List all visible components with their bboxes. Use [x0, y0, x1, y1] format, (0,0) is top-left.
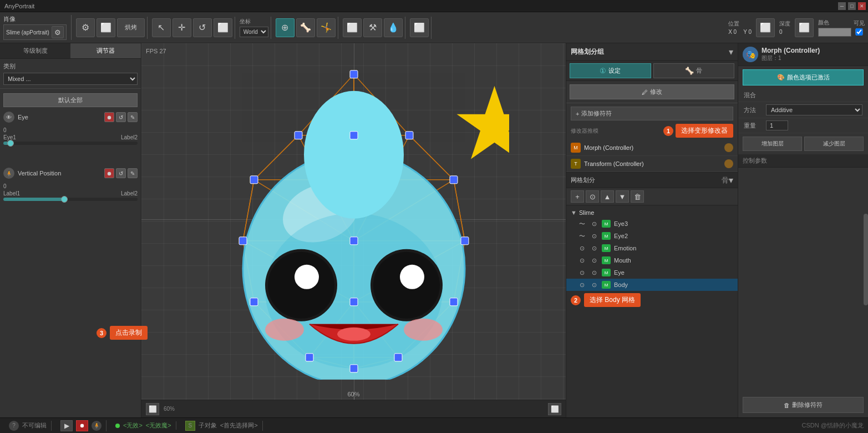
mesh-add-btn[interactable]: +	[571, 190, 584, 203]
scale-tool-btn[interactable]: ⬜	[214, 18, 232, 37]
eye-controller-btns: ⏺ ↺ ✎	[104, 112, 138, 122]
tree-item-body[interactable]: ⊙ ⊙ M Body	[566, 279, 738, 291]
tooltip-select-modifier-section: 修改器推模 1 选择变形修改器	[566, 124, 738, 140]
svg-rect-61	[295, 132, 302, 139]
play-btn[interactable]: ▶	[60, 420, 73, 431]
eye-controller-icon: 👁	[3, 112, 14, 123]
eye-slider-track[interactable]	[3, 142, 138, 145]
link2[interactable]: <无效魔>	[146, 421, 171, 430]
record-btn[interactable]: ⏺	[76, 420, 88, 431]
vpos-record-btn[interactable]: ⏺	[104, 168, 114, 178]
mesh-up-btn[interactable]: ▲	[601, 190, 614, 203]
select-tool-btn[interactable]: ↖	[152, 18, 171, 37]
eye-slider-thumb[interactable]	[7, 140, 14, 147]
svg-rect-53	[450, 176, 458, 184]
morph-panel-header: 🎭 Morph (Controller) 图层：1	[738, 43, 868, 66]
eye-reset-btn[interactable]: ↺	[116, 112, 126, 122]
tab-bone[interactable]: 🦴 骨	[653, 63, 735, 78]
mesh-tab-bone[interactable]: 骨	[722, 175, 729, 185]
method-select[interactable]: Additive Override Multiply	[766, 104, 862, 115]
eye2-vis-icon: 〜	[577, 231, 586, 240]
maximize-btn[interactable]: □	[848, 2, 856, 10]
weight-label: 重量	[744, 122, 766, 130]
tree-item-eye[interactable]: ⊙ ⊙ M Eye	[566, 266, 738, 279]
tree-item-eye2[interactable]: 〜 ⊙ M Eye2	[566, 230, 738, 242]
depth-btn[interactable]: ⬜	[795, 18, 814, 37]
help-icon[interactable]: ?	[9, 421, 19, 431]
mesh-down-btn[interactable]: ▼	[616, 190, 629, 203]
modifier-item-morph[interactable]: M Morph (Controller)	[566, 140, 738, 156]
tab-settings[interactable]: ① 设定	[570, 63, 651, 78]
toolbar-extras-section: ⬜	[408, 17, 432, 39]
eye3-toggle: ⊙	[590, 219, 598, 228]
paint-btn[interactable]: 💧	[384, 18, 403, 37]
close-btn[interactable]: ✕	[858, 2, 866, 10]
vp-right-btn[interactable]: ⬜	[548, 403, 561, 415]
weight-input[interactable]	[766, 120, 788, 130]
remove-layer-btn[interactable]: 减少图层	[804, 137, 864, 151]
coord-select[interactable]: World Local	[240, 27, 268, 37]
portrait-settings-btn[interactable]: ⚙	[52, 26, 64, 38]
visible-checkbox[interactable]	[854, 28, 865, 36]
mesh-collapse-btn[interactable]: ▾	[729, 175, 733, 185]
viewport[interactable]: FPS 27	[141, 43, 566, 417]
tooltip-record: 3 点击录制	[97, 326, 231, 340]
svg-marker-35	[456, 86, 509, 159]
rotate-tool-btn[interactable]: ↺	[193, 18, 212, 37]
mesh-eye-btn[interactable]: ⊙	[586, 190, 599, 203]
link1[interactable]: <无效>	[123, 421, 143, 430]
scrollbar-thumb[interactable]	[864, 214, 868, 305]
add-layer-btn[interactable]: 增加图层	[743, 137, 802, 151]
extra-btn1[interactable]: ⬜	[410, 18, 429, 37]
main-layout: 等级制度 调节器 类别 Mixed ... 默认全部 👁 Eye ⏺ ↺ ✎ 0…	[0, 43, 868, 417]
tree-item-emotion[interactable]: ⊙ ⊙ M Emotion	[566, 242, 738, 254]
screen-btn[interactable]: ⬜	[756, 18, 775, 37]
activate-icon: 🎨	[777, 74, 785, 81]
category-label: 类别	[3, 62, 138, 71]
tooltip-box-record: 点击录制	[110, 326, 148, 340]
vp-expand-btn[interactable]: ⬜	[146, 403, 159, 415]
vpos-slider-track[interactable]	[3, 198, 138, 201]
emotion-toggle: ⊙	[590, 244, 598, 253]
category-select[interactable]: Mixed ...	[3, 73, 138, 85]
delete-modifier-btn[interactable]: 🗑 删除修符符	[743, 397, 864, 413]
camera-btn[interactable]: ⬜	[343, 18, 362, 37]
vpos-edit-btn[interactable]: ✎	[128, 168, 138, 178]
settings-btn[interactable]: ⚙	[76, 18, 95, 37]
mesh-panel-collapse-btn[interactable]: ▾	[729, 47, 733, 57]
vpos-slider-thumb[interactable]	[61, 196, 68, 203]
tab-controller[interactable]: 调节器	[70, 43, 141, 58]
vpos-reset-btn[interactable]: ↺	[116, 168, 126, 178]
svg-rect-50	[350, 71, 358, 78]
mesh-delete-btn[interactable]: 🗑	[631, 190, 644, 203]
portrait-name: Slime (apPortrait)	[6, 29, 49, 36]
eye-edit-btn[interactable]: ✎	[128, 112, 138, 122]
default-all-btn[interactable]: 默认全部	[3, 93, 138, 107]
tools-btn[interactable]: ⚒	[363, 18, 382, 37]
export-btn[interactable]: ⬜	[97, 18, 115, 37]
tree-item-mouth[interactable]: ⊙ ⊙ M Mouth	[566, 254, 738, 266]
bone-mode-btn[interactable]: 🦴	[296, 18, 315, 37]
add-modifier-btn[interactable]: + 添加修符符	[571, 107, 733, 120]
color-swatch[interactable]	[818, 28, 851, 37]
eye-record-btn[interactable]: ⏺	[104, 112, 114, 122]
tree-item-eye3-name: Eye3	[614, 220, 733, 227]
modify-btn[interactable]: 🖉 修改	[570, 84, 734, 99]
pose-mode-btn[interactable]: 🤸	[317, 18, 336, 37]
top-toolbar: 肖像 Slime (apPortrait) ⚙ ⚙ ⬜ 烘烤 ↖ ✛ ↺ ⬜ 坐…	[0, 12, 868, 43]
vpos-label1: Label1	[3, 190, 20, 197]
svg-point-47	[337, 328, 370, 341]
activate-color-btn[interactable]: 🎨 颜色选项已激活	[743, 69, 864, 85]
bake-btn[interactable]: 烘烤	[117, 18, 145, 37]
ctrl-params-space	[738, 168, 868, 397]
tab-hierarchy[interactable]: 等级制度	[0, 43, 70, 58]
morph-title: Morph (Controller)	[762, 47, 820, 54]
slime-character	[199, 69, 509, 380]
guide-v-lower	[354, 393, 354, 400]
modifier-item-transform[interactable]: T Transform (Controller)	[566, 156, 738, 172]
eye-slider-labels: Eye1 Label2	[3, 134, 138, 140]
move-tool-btn[interactable]: ✛	[172, 18, 191, 37]
transform-mode-btn[interactable]: ⊕	[276, 18, 295, 37]
minimize-btn[interactable]: ─	[838, 2, 846, 10]
tree-item-eye3[interactable]: 〜 ⊙ M Eye3	[566, 218, 738, 230]
